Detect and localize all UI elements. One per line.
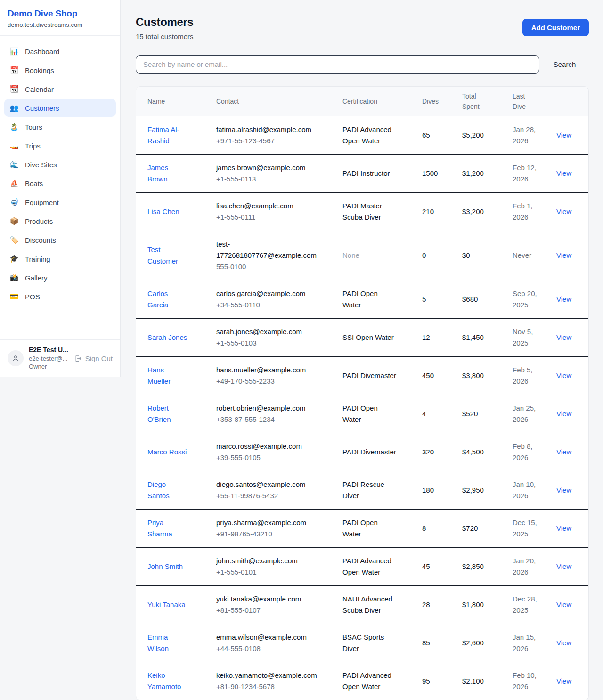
customer-certification: None [342,251,359,259]
user-email: e2e-tester@... [29,354,68,363]
dive-sites-icon: 🌊 [9,160,19,169]
view-link[interactable]: View [556,410,571,418]
sidebar-item-dashboard[interactable]: 📊 Dashboard [4,42,116,60]
customer-phone: 555-0100 [216,261,318,272]
customer-name-link[interactable]: Emma Wilson [147,633,169,652]
customer-email: carlos.garcia@example.com [216,288,318,299]
customer-dives: 450 [422,357,462,395]
customer-email: test-1772681807767@example.com [216,239,318,261]
sidebar-item-label: Dashboard [25,48,59,56]
customer-total-spent: $2,850 [462,548,513,586]
view-link[interactable]: View [556,524,571,532]
sidebar-item-tours[interactable]: 🏝️ Tours [4,118,116,136]
customer-certification: PADI Divemaster [342,448,396,456]
sidebar-item-label: Boats [25,180,43,188]
customer-last-dive: Jan 15, 2026 [513,633,536,652]
view-link[interactable]: View [556,448,571,456]
customer-dives: 0 [422,231,462,280]
customer-name-link[interactable]: Marco Rossi [147,448,187,456]
sidebar-item-training[interactable]: 🎓 Training [4,250,116,268]
add-customer-button[interactable]: Add Customer [522,19,589,36]
customer-name-link[interactable]: Yuki Tanaka [147,601,186,609]
sidebar-item-label: Training [25,255,50,263]
customers-table: Name Contact Certification Dives Total S… [136,87,589,700]
customer-name-link[interactable]: Priya Sharma [147,519,172,538]
customer-email: james.brown@example.com [216,162,318,173]
view-link[interactable]: View [556,295,571,303]
customer-phone: +353-87-555-1234 [216,414,318,425]
calendar-icon: 📆 [9,85,19,93]
sidebar-item-label: Customers [25,104,59,112]
view-link[interactable]: View [556,486,571,494]
sign-out-label: Sign Out [85,354,113,362]
col-last-dive: Last Dive [513,87,556,116]
sidebar-item-dive-sites[interactable]: 🌊 Dive Sites [4,156,116,173]
view-link[interactable]: View [556,169,571,177]
customer-name-link[interactable]: Sarah Jones [147,333,187,341]
sidebar-item-calendar[interactable]: 📆 Calendar [4,80,116,98]
customer-last-dive: Feb 10, 2026 [513,671,537,691]
view-link[interactable]: View [556,371,571,379]
customer-email: john.smith@example.com [216,555,318,567]
page-header: Customers 15 total customers Add Custome… [136,16,589,41]
table-row: Robert O'Brien robert.obrien@example.com… [136,395,589,433]
customer-total-spent: $2,600 [462,624,513,662]
customer-dives: 4 [422,395,462,433]
sidebar-item-label: Discounts [25,236,56,244]
customer-phone: +44-555-0108 [216,643,318,654]
customer-last-dive: Jan 25, 2026 [513,404,536,423]
boats-icon: ⛵ [9,179,19,188]
customer-email: sarah.jones@example.com [216,326,318,338]
sidebar-item-discounts[interactable]: 🏷️ Discounts [4,231,116,249]
view-link[interactable]: View [556,207,571,215]
sidebar-item-customers[interactable]: 👥 Customers [4,99,116,117]
customer-certification: PADI Advanced Open Water [342,125,391,145]
sidebar-item-trips[interactable]: 🚤 Trips [4,137,116,155]
customer-total-spent: $680 [462,280,513,319]
view-link[interactable]: View [556,677,571,685]
search-button[interactable]: Search [540,56,589,73]
customer-email: lisa.chen@example.com [216,200,318,212]
customer-name-link[interactable]: Carlos Garcia [147,289,168,309]
search-bar: Search [136,55,589,74]
customer-name-link[interactable]: James Brown [147,164,168,183]
customer-phone: +1-555-0111 [216,212,318,223]
customer-last-dive: Jan 20, 2026 [513,557,536,576]
table-row: James Brown james.brown@example.com +1-5… [136,155,589,193]
sidebar-item-gallery[interactable]: 📸 Gallery [4,269,116,287]
customer-name-link[interactable]: Keiko Yamamoto [147,671,181,691]
customer-name-link[interactable]: Test Customer [147,246,178,265]
view-link[interactable]: View [556,131,571,139]
customer-certification: PADI Open Water [342,289,378,309]
customer-name-link[interactable]: Diego Santos [147,480,170,500]
customer-name-link[interactable]: Hans Mueller [147,366,171,385]
sidebar-item-pos[interactable]: 💳 POS [4,288,116,305]
customer-name-link[interactable]: John Smith [147,562,183,570]
view-link[interactable]: View [556,562,571,570]
view-link[interactable]: View [556,601,571,609]
sidebar-item-bookings[interactable]: 📅 Bookings [4,61,116,79]
user-footer: E2E Test U... e2e-tester@... Owner Sign … [0,339,120,377]
customer-name-link[interactable]: Fatima Al-Rashid [147,125,179,145]
avatar [8,350,24,366]
sidebar-item-products[interactable]: 📦 Products [4,212,116,230]
customer-name-link[interactable]: Lisa Chen [147,207,179,215]
search-input[interactable] [136,55,539,74]
discounts-icon: 🏷️ [9,236,19,244]
customer-last-dive: Nov 5, 2025 [513,328,533,347]
view-link[interactable]: View [556,639,571,647]
view-link[interactable]: View [556,333,571,341]
col-actions [556,87,589,116]
sign-out-button[interactable]: Sign Out [74,354,113,362]
view-link[interactable]: View [556,251,571,259]
sidebar-item-boats[interactable]: ⛵ Boats [4,174,116,192]
sidebar: Demo Dive Shop demo.test.divestreams.com… [0,0,121,377]
sidebar-item-label: Equipment [25,198,59,206]
customer-name-link[interactable]: Robert O'Brien [147,404,171,423]
sidebar-item-equipment[interactable]: 🤿 Equipment [4,193,116,211]
customer-email: keiko.yamamoto@example.com [216,670,318,681]
tours-icon: 🏝️ [9,123,19,131]
customer-phone: +91-98765-43210 [216,528,318,540]
customer-dives: 12 [422,319,462,357]
customer-phone: +81-555-0107 [216,605,318,616]
